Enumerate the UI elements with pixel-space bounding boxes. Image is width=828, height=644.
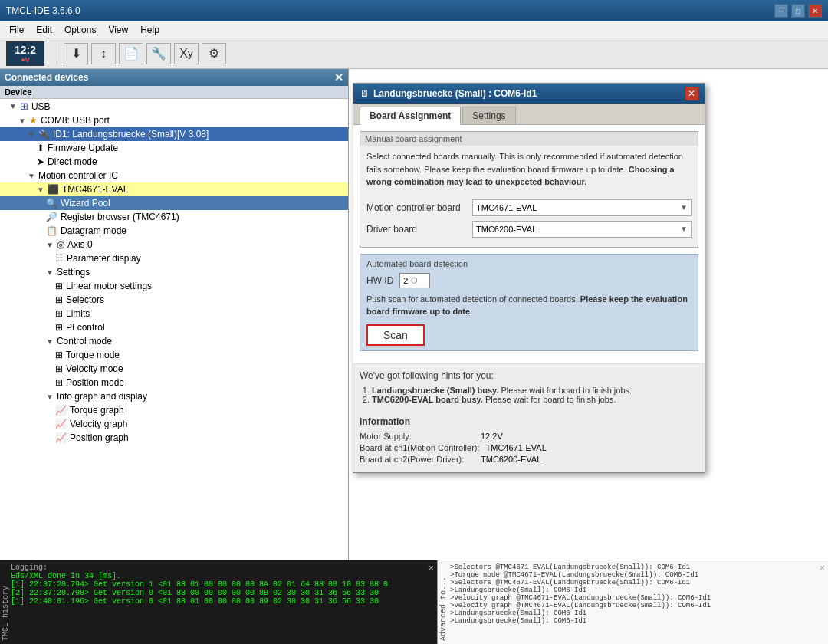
log-panel-close[interactable]: ✕ bbox=[429, 562, 434, 573]
tree-item-register-browser[interactable]: 🔎 Register browser (TMC4671) bbox=[0, 210, 348, 224]
log-line-0: Eds/XML done in 34 [ms]. bbox=[11, 572, 434, 580]
maximize-button[interactable]: □ bbox=[791, 4, 805, 18]
dialog-icon: 🖥 bbox=[360, 88, 369, 99]
log-line-1: [1] 22:37:20.794> Get version 1 <01 88 0… bbox=[11, 580, 434, 589]
auto-section-title: Automated board detection bbox=[366, 259, 692, 268]
file-button[interactable]: 📄 bbox=[119, 43, 143, 64]
tree-item-torque-mode[interactable]: ⊞ Torque mode bbox=[0, 348, 348, 362]
settings-button[interactable]: ⚙ bbox=[202, 43, 226, 64]
log-line-2: [2] 22:37:20.798> Get version 0 <01 88 0… bbox=[11, 589, 434, 597]
panel-close-button[interactable]: ✕ bbox=[334, 71, 343, 84]
tree-item-label: USB bbox=[31, 101, 51, 112]
menu-options[interactable]: Options bbox=[58, 23, 102, 37]
expand-icon: ▼ bbox=[46, 393, 54, 401]
param-icon: ☰ bbox=[55, 253, 64, 264]
tree-item-id1[interactable]: ▼ 🔌 ID1: Landungsbruecke (Small)[V 3.08] bbox=[0, 127, 348, 141]
usb-icon: ⊞ bbox=[20, 100, 28, 112]
tree-item-label: Firmware Update bbox=[48, 143, 118, 153]
tree-item-pi-control[interactable]: ⊞ PI control bbox=[0, 320, 348, 334]
tree-item-usb[interactable]: ▼ ⊞ USB bbox=[0, 99, 348, 113]
driver-board-select[interactable]: TMC6200-EVAL ▼ bbox=[472, 221, 692, 238]
tree-item-label: Wizard Pool bbox=[61, 198, 110, 209]
tree-item-datagram-mode[interactable]: 📋 Datagram mode bbox=[0, 224, 348, 238]
tree-item-torque-graph[interactable]: 📈 Torque graph bbox=[0, 403, 348, 417]
direct-icon: ➤ bbox=[37, 156, 44, 167]
tree-item-position-mode[interactable]: ⊞ Position mode bbox=[0, 376, 348, 389]
info-key-ch2: Board at ch2(Power Driver): bbox=[360, 455, 475, 464]
tree-item-position-graph[interactable]: 📈 Position graph bbox=[0, 431, 348, 445]
tree-item-tmc4671[interactable]: ▼ ⬛ TMC4671-EVAL bbox=[0, 182, 348, 196]
upload-button[interactable]: ↕ bbox=[91, 43, 116, 64]
dialog-close-button[interactable]: ✕ bbox=[685, 87, 698, 100]
bottom-area: TMCL history Logging: Eds/XML done in 34… bbox=[0, 560, 828, 644]
register-icon: 🔎 bbox=[46, 212, 58, 222]
axis-icon: ◎ bbox=[57, 239, 64, 250]
minimize-button[interactable]: ─ bbox=[774, 4, 788, 18]
toolbar: 12:2 ●V ⬇ ↕ 📄 🔧 Xy ⚙ bbox=[0, 38, 828, 69]
graph-icon: 📈 bbox=[55, 432, 67, 443]
manual-assignment-section: Manual board assignment Select connected… bbox=[360, 131, 698, 248]
tree-item-selectors[interactable]: ⊞ Selectors bbox=[0, 293, 348, 307]
hint-bold-1: Landungsbruecke (Small) busy. bbox=[372, 386, 498, 395]
download-button[interactable]: ⬇ bbox=[64, 43, 88, 64]
info-row-ch1: Board at ch1(Motion Controller): TMC4671… bbox=[360, 443, 698, 452]
tree-item-label: Linear motor settings bbox=[66, 281, 152, 291]
graph-icon: 📈 bbox=[55, 419, 67, 429]
tree-item-label: TMC4671-EVAL bbox=[62, 184, 128, 195]
close-button[interactable]: ✕ bbox=[808, 4, 822, 18]
log-line-3: [1] 22:40:01.196> Get version 0 <01 88 0… bbox=[11, 597, 434, 606]
scan-button[interactable]: Scan bbox=[366, 324, 425, 346]
adv-line-6: >Landungsbruecke(Small): COM6-Id1 bbox=[450, 610, 825, 617]
velocity-icon: ⊞ bbox=[55, 363, 63, 374]
menu-edit[interactable]: Edit bbox=[30, 23, 58, 37]
tree-item-firmware[interactable]: ⬆ Firmware Update bbox=[0, 141, 348, 155]
adv-line-0: >Selectors @TMC4671-EVAL(Landungsbruecke… bbox=[450, 564, 825, 571]
menu-file[interactable]: File bbox=[3, 23, 30, 37]
tree-item-velocity-mode[interactable]: ⊞ Velocity mode bbox=[0, 362, 348, 376]
adv-panel-close[interactable]: ✕ bbox=[820, 562, 825, 573]
limits-icon: ⊞ bbox=[55, 308, 63, 319]
hint-text-1: Please wait for board to finish jobs. bbox=[501, 386, 632, 395]
info-key-motor: Motor Supply: bbox=[360, 432, 475, 441]
tree-item-velocity-graph[interactable]: 📈 Velocity graph bbox=[0, 417, 348, 431]
menu-view[interactable]: View bbox=[102, 23, 134, 37]
tree-item-direct-mode[interactable]: ➤ Direct mode bbox=[0, 155, 348, 169]
tab-board-assignment[interactable]: Board Assignment bbox=[360, 107, 461, 125]
adv-line-2: >Selectors @TMC4671-EVAL(Landungsbruecke… bbox=[450, 579, 825, 586]
adv-line-4: >Velocity graph @TMC4671-EVAL(Landungsbr… bbox=[450, 594, 825, 602]
tree-item-param-display[interactable]: ☰ Parameter display bbox=[0, 251, 348, 265]
hw-id-row: HW ID 2 ⬡ bbox=[366, 273, 692, 288]
select-arrow-icon: ▼ bbox=[680, 203, 688, 212]
tab-settings[interactable]: Settings bbox=[462, 107, 515, 124]
tree-item-label: ID1: Landungsbruecke (Small)[V 3.08] bbox=[53, 129, 209, 140]
motion-board-row: Motion controller board TMC4671-EVAL ▼ bbox=[366, 199, 692, 216]
expand-icon: ▼ bbox=[46, 241, 54, 249]
tree-item-wizard-pool[interactable]: 🔍 Wizard Pool bbox=[0, 196, 348, 210]
app-title: TMCL-IDE 3.6.6.0 bbox=[6, 5, 80, 16]
warning-text: Select connected boards manually. This i… bbox=[366, 150, 692, 189]
pi-icon: ⊞ bbox=[55, 322, 63, 333]
hint-bold-2: TMC6200-EVAL board busy. bbox=[372, 395, 483, 404]
tree-item-com8[interactable]: ▼ ★ COM8: USB port bbox=[0, 113, 348, 127]
tree-item-control-mode[interactable]: ▼ Control mode bbox=[0, 334, 348, 348]
tree-item-axis0[interactable]: ▼ ◎ Axis 0 bbox=[0, 238, 348, 251]
adv-line-7: >Landungsbruecke(Small): COM6-Id1 bbox=[450, 617, 825, 625]
tree-item-info-graph[interactable]: ▼ Info graph and display bbox=[0, 389, 348, 403]
tool-button[interactable]: 🔧 bbox=[146, 43, 171, 64]
tree-item-settings-group[interactable]: ▼ Settings bbox=[0, 265, 348, 279]
device-tree: ▼ ⊞ USB ▼ ★ COM8: USB port ▼ 🔌 ID1: Land… bbox=[0, 99, 348, 560]
tree-item-limits[interactable]: ⊞ Limits bbox=[0, 307, 348, 320]
xy-button[interactable]: Xy bbox=[174, 43, 199, 64]
window-controls: ─ □ ✕ bbox=[774, 4, 822, 18]
tree-item-linear-motor[interactable]: ⊞ Linear motor settings bbox=[0, 279, 348, 293]
tree-item-motion-ic[interactable]: ▼ Motion controller IC bbox=[0, 169, 348, 182]
hw-id-label: HW ID bbox=[366, 275, 393, 286]
hw-id-spinbox[interactable]: 2 ⬡ bbox=[399, 273, 430, 288]
motion-board-select[interactable]: TMC4671-EVAL ▼ bbox=[472, 199, 692, 216]
hint-item-1: Landungsbruecke (Small) busy. Please wai… bbox=[372, 386, 698, 395]
adv-line-3: >Landungsbruecke(Small): COM6-Id1 bbox=[450, 586, 825, 594]
expand-icon: ▼ bbox=[18, 117, 26, 125]
tree-item-label: PI control bbox=[66, 322, 105, 333]
menu-help[interactable]: Help bbox=[134, 23, 166, 37]
tree-item-label: Velocity mode bbox=[66, 363, 123, 374]
